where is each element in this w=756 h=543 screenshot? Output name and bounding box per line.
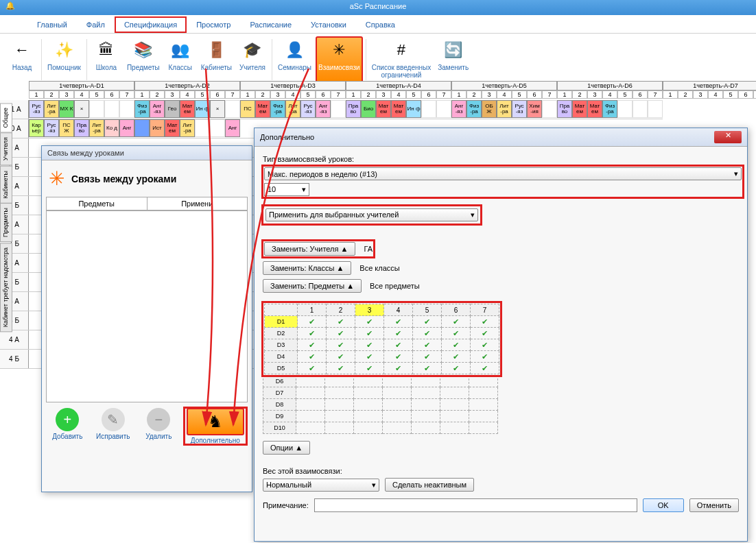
grid-cell[interactable] [469, 387, 498, 399]
lesson-cell[interactable]: Лит -ра [44, 100, 59, 118]
lesson-cell[interactable]: ПС Ж [59, 119, 74, 137]
grid-cell[interactable]: ✔ [298, 328, 327, 339]
lesson-cell[interactable]: ОБ Ж [482, 100, 497, 118]
grid-cell[interactable] [354, 387, 383, 399]
grid-cell[interactable] [354, 399, 383, 411]
menu-расписание[interactable]: Расписание [240, 16, 301, 33]
grid-cell[interactable]: ✔ [384, 363, 413, 374]
ok-button[interactable]: OK [643, 498, 684, 512]
grid-cell[interactable] [354, 376, 383, 387]
grid-cell[interactable]: ✔ [413, 351, 442, 363]
lesson-cell[interactable]: Кар ьер [29, 119, 44, 137]
grid-cell[interactable] [440, 411, 469, 422]
lesson-cell[interactable] [436, 100, 451, 118]
grid-cell[interactable] [412, 411, 440, 422]
grid-col-header[interactable]: 3 [355, 304, 384, 316]
grid-cell[interactable] [383, 411, 412, 422]
lesson-cell[interactable]: Ин ф [406, 100, 421, 118]
grid-row-label[interactable]: D10 [263, 422, 296, 434]
grid-cell[interactable]: ✔ [384, 316, 413, 328]
lesson-cell[interactable]: Лит -ра [180, 119, 195, 137]
grid-row-label[interactable]: D3 [265, 339, 298, 351]
lesson-cell[interactable]: МХ К [59, 100, 74, 118]
menu-файл[interactable]: Файл [77, 16, 115, 33]
lesson-cell[interactable] [210, 119, 225, 137]
col-subjects[interactable]: Предметы [47, 197, 147, 210]
ribbon-Взаимосвязи[interactable]: ✳Взаимосвязи [316, 36, 363, 83]
lesson-cell[interactable] [104, 100, 119, 118]
lesson-cell[interactable]: Лит -ра [285, 100, 300, 118]
grid-cell[interactable]: ✔ [298, 351, 327, 363]
weight-select[interactable]: Нормальный ▾ [263, 479, 379, 492]
lesson-cell[interactable]: Анг -яз [150, 100, 165, 118]
grid-col-header[interactable]: 5 [413, 304, 442, 316]
grid-cell[interactable] [296, 387, 325, 399]
lesson-cell[interactable] [134, 119, 150, 137]
grid-cell[interactable]: ✔ [471, 351, 499, 363]
grid-cell[interactable] [440, 422, 469, 434]
grid-cell[interactable] [296, 376, 325, 387]
grid-cell[interactable] [412, 422, 440, 434]
lesson-cell[interactable]: Анг -яз [316, 100, 331, 118]
make-inactive-button[interactable]: Сделать неактивным [385, 478, 474, 492]
grid-col-header[interactable]: 2 [327, 304, 355, 316]
lesson-cell[interactable]: × [74, 100, 89, 118]
lesson-cell[interactable]: Хим -ия [527, 100, 542, 118]
replace-classes-button[interactable]: Заменить: Классы ▲ [263, 261, 351, 275]
grid-cell[interactable]: ✔ [471, 328, 499, 339]
grid-cell[interactable]: ✔ [355, 363, 384, 374]
grid-cell[interactable]: ✔ [413, 328, 442, 339]
lesson-cell[interactable]: Мат ем [255, 100, 270, 118]
lesson-cell[interactable]: Лит -ра [497, 100, 512, 118]
grid-cell[interactable]: ✔ [442, 328, 471, 339]
grid-cell[interactable]: ✔ [442, 339, 471, 351]
lesson-cell[interactable]: Мат ем [391, 100, 406, 118]
grid-cell[interactable] [412, 399, 440, 411]
grid-cell[interactable]: ✔ [355, 316, 384, 328]
grid-cell[interactable] [325, 411, 354, 422]
lesson-cell[interactable]: Анг [119, 119, 134, 137]
lesson-cell[interactable]: Физ -ра [134, 100, 150, 118]
grid-row-label[interactable]: D1 [265, 316, 298, 328]
grid-cell[interactable]: ✔ [442, 363, 471, 374]
lesson-cell[interactable]: Рус -яз [29, 100, 44, 118]
class-label[interactable]: 4 Б [0, 350, 29, 368]
side-tab[interactable]: Кабинеты [0, 166, 12, 204]
ribbon-Заменить[interactable]: 🔄Заменить [435, 36, 471, 83]
lesson-cell[interactable]: Мат ем [180, 100, 195, 118]
ribbon-Предметы[interactable]: 📚Предметы [124, 36, 163, 83]
options-button[interactable]: Опции ▲ [263, 441, 310, 455]
lesson-cell[interactable]: Ист [150, 119, 165, 137]
class-label[interactable]: 4 А [0, 330, 29, 349]
lesson-cell[interactable] [331, 100, 346, 118]
grid-cell[interactable]: ✔ [298, 339, 327, 351]
menu-спецификация[interactable]: Спецификация [115, 16, 187, 33]
grid-cell[interactable] [469, 411, 498, 422]
side-tab[interactable]: Общее [0, 103, 12, 132]
grid-cell[interactable]: ✔ [327, 339, 355, 351]
grid-cell[interactable]: ✔ [413, 363, 442, 374]
relation-type-select[interactable]: Макс. периодов в неделю (#13) ▾ [264, 167, 742, 180]
grid-cell[interactable]: ✔ [327, 328, 355, 339]
grid-cell[interactable] [469, 422, 498, 434]
ribbon-Классы[interactable]: 👥Классы [164, 36, 197, 83]
grid-cell[interactable] [296, 399, 325, 411]
lesson-cell[interactable]: Лит -ра [89, 119, 104, 137]
side-tab[interactable]: Предметы [0, 203, 12, 242]
grid-row-label[interactable]: D5 [265, 363, 298, 374]
lesson-cell[interactable]: Ин ф [195, 100, 210, 118]
period-grid[interactable]: 1234567D1✔✔✔✔✔✔✔D2✔✔✔✔✔✔✔D3✔✔✔✔✔✔✔D4✔✔✔✔… [264, 304, 499, 374]
lesson-cell[interactable]: Рус -яз [300, 100, 316, 118]
grid-cell[interactable]: ✔ [327, 363, 355, 374]
side-tab[interactable]: Кабинет требует надсмотра [0, 243, 12, 332]
lesson-cell[interactable] [633, 100, 648, 118]
edit-button[interactable]: ✎ Исправить [93, 408, 133, 444]
lesson-cell[interactable]: Ко д [104, 119, 119, 137]
grid-cell[interactable] [412, 387, 440, 399]
lesson-cell[interactable]: Мат ем [587, 100, 602, 118]
delete-button[interactable]: − Удалить [139, 408, 178, 444]
grid-cell[interactable] [354, 422, 383, 434]
grid-col-header[interactable]: 4 [384, 304, 413, 316]
grid-col-header[interactable]: 6 [442, 304, 471, 316]
ribbon-Школа[interactable]: 🏛Школа [90, 36, 123, 83]
